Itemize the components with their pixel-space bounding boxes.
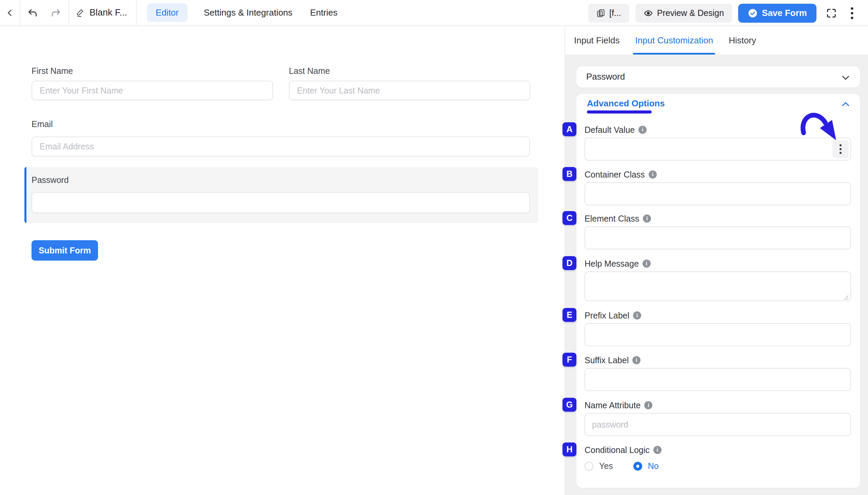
undo-icon [27,8,38,18]
info-icon[interactable]: i [643,215,651,223]
hotkey-badge-e: E [563,308,577,322]
tab-input-fields[interactable]: Input Fields [572,26,621,54]
chevron-up-icon[interactable] [840,99,851,109]
kebab-icon [839,144,842,154]
conditional-logic-radios: Yes No [585,461,851,471]
fullscreen-button[interactable] [822,4,840,23]
password-input[interactable] [32,192,530,213]
fullscreen-icon [825,7,837,19]
redo-icon [51,8,61,18]
redo-button[interactable] [44,0,68,26]
form-title: Blank F... [89,7,127,18]
hotkey-badge-a: A [563,122,577,136]
first-name-label: First Name [32,66,73,76]
prefix-label-label: Prefix Label [585,311,629,321]
toolbar-divider [136,0,137,26]
copy-shortcode-icon [597,9,605,18]
radio-yes-label: Yes [599,461,613,471]
preview-design-button[interactable]: Preview & Design [635,4,732,23]
toolbar-divider [20,0,20,26]
radio-circle-checked[interactable] [633,462,642,471]
password-label: Password [32,175,69,185]
annotation-underline [587,110,652,114]
default-value-input[interactable] [585,138,851,160]
info-icon[interactable]: i [653,446,662,454]
hotkey-badge-c: C [563,211,577,225]
conditional-logic-label: Conditional Logic [585,445,650,455]
shortcode-button[interactable]: [f... [588,4,629,23]
container-class-input[interactable] [585,182,851,205]
tab-input-customization[interactable]: Input Customization [633,26,715,54]
first-name-input[interactable] [32,81,273,100]
last-name-label: Last Name [289,66,330,76]
row-help-message: D Help Message i [585,258,851,303]
info-icon[interactable]: i [649,170,657,178]
advanced-options-card: Advanced Options A Default Value i [577,94,860,488]
row-name-attribute: G Name Attribute i [585,400,851,436]
tab-settings-integrations[interactable]: Settings & Integrations [202,3,294,22]
hotkey-badge-b: B [563,167,577,181]
customization-panel: Input Fields Input Customization History… [565,26,868,495]
accordion-title: Password [586,71,625,82]
chevron-left-icon [5,8,15,18]
check-circle-icon [748,8,758,18]
form-canvas: First Name Last Name Email Password Subm… [0,26,565,495]
suffix-label-input[interactable] [585,368,851,391]
hotkey-badge-f: F [563,353,577,366]
password-accordion[interactable]: Password [577,66,860,87]
preview-design-label: Preview & Design [657,8,724,18]
hotkey-badge-d: D [563,256,577,270]
selection-indicator [24,167,27,223]
shortcode-label: [f... [609,8,621,18]
editor-nav-tabs: Editor Settings & Integrations Entries [147,3,339,22]
default-value-label: Default Value [585,125,635,135]
info-icon[interactable]: i [642,259,651,268]
email-input[interactable] [32,137,530,156]
tab-entries[interactable]: Entries [309,3,339,22]
info-icon[interactable]: i [638,126,647,134]
name-attribute-input[interactable] [585,413,851,436]
radio-circle-unchecked[interactable] [585,462,594,471]
row-prefix-label: E Prefix Label i [585,310,851,346]
row-suffix-label: F Suffix Label i [585,355,851,391]
save-form-label: Save Form [762,8,807,18]
info-icon[interactable]: i [632,356,640,364]
panel-tabs: Input Fields Input Customization History [565,26,868,54]
advanced-options-header[interactable]: Advanced Options [587,98,665,109]
row-default-value: A Default Value i [585,125,851,160]
element-class-input[interactable] [585,226,851,249]
element-class-label: Element Class [585,214,639,224]
container-class-label: Container Class [585,170,645,180]
help-message-label: Help Message [585,259,639,269]
radio-no[interactable]: No [633,461,659,471]
row-container-class: B Container Class i [585,169,851,205]
back-button[interactable] [0,0,20,26]
tab-history[interactable]: History [727,26,758,54]
help-message-textarea[interactable] [585,271,851,301]
form-title-group[interactable]: Blank F... [69,0,136,26]
radio-yes[interactable]: Yes [585,461,613,471]
row-conditional-logic: H Conditional Logic i Yes No [585,445,851,471]
password-field-selected[interactable]: Password [24,167,538,223]
hotkey-badge-g: G [563,398,577,412]
hotkey-badge-h: H [563,443,577,456]
eye-icon [644,8,653,18]
undo-button[interactable] [22,0,44,26]
info-icon[interactable]: i [644,401,652,409]
shortcode-picker-button[interactable] [832,140,849,158]
suffix-label-label: Suffix Label [585,355,629,365]
tab-editor[interactable]: Editor [147,3,187,22]
radio-no-label: No [648,461,659,471]
info-icon[interactable]: i [633,311,641,320]
top-toolbar: Blank F... Editor Settings & Integration… [0,0,868,26]
chevron-down-icon[interactable] [840,72,851,83]
last-name-input[interactable] [289,81,530,100]
save-form-button[interactable]: Save Form [738,4,816,23]
row-element-class: C Element Class i [585,214,851,249]
prefix-label-input[interactable] [585,323,851,346]
pencil-icon [76,8,85,17]
name-attribute-label: Name Attribute [585,400,640,410]
more-options-button[interactable] [846,4,858,23]
email-label: Email [32,119,53,129]
submit-form-button[interactable]: Submit Form [32,240,98,260]
